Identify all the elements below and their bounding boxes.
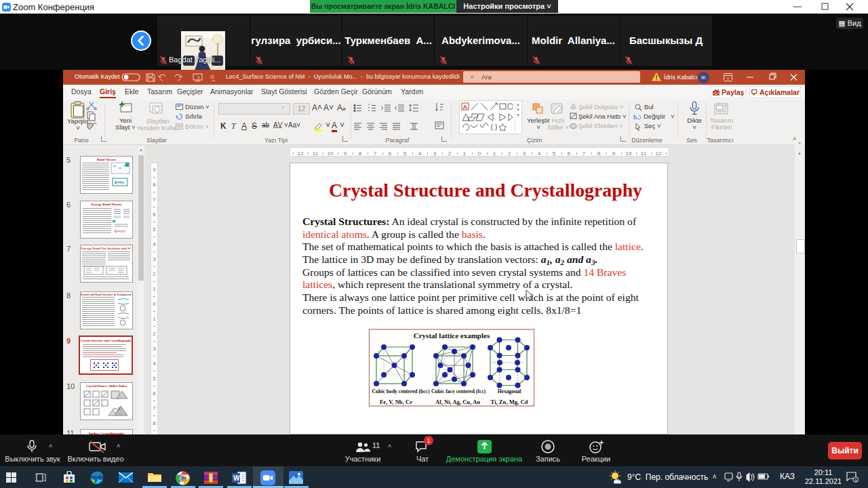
svg-text:5: 5	[153, 226, 156, 232]
svg-text:6: 6	[153, 390, 156, 396]
svg-text:9: 9	[344, 150, 347, 157]
svg-text:7: 7	[153, 197, 156, 203]
svg-text:1: 1	[493, 150, 496, 157]
svg-text:Cubic body centered (bcc): Cubic body centered (bcc)	[372, 388, 430, 394]
svg-text:n=√3: n=√3	[113, 407, 120, 411]
svg-text:2: 2	[153, 271, 156, 277]
svg-text:5: 5	[403, 150, 407, 157]
svg-text:Fe, V, Nb, Cr: Fe, V, Nb, Cr	[380, 399, 412, 405]
svg-text:0: 0	[153, 301, 156, 307]
svg-text:9: 9	[612, 150, 616, 157]
svg-text:2: 2	[508, 150, 511, 157]
svg-text:11: 11	[313, 150, 319, 157]
svg-text:1: 1	[153, 286, 156, 292]
svg-text:5: 5	[553, 150, 556, 157]
svg-text:8: 8	[359, 150, 362, 157]
svg-text:W: W	[233, 474, 240, 482]
svg-text:1: 1	[153, 316, 156, 322]
svg-text:12: 12	[298, 150, 304, 157]
svg-text:3: 3	[433, 150, 437, 157]
svg-text:4: 4	[153, 241, 156, 247]
svg-text:Crystal lattice examples: Crystal lattice examples	[414, 331, 490, 340]
svg-text:Al, Ni, Ag, Cu, Au: Al, Ni, Ag, Cu, Au	[435, 399, 480, 405]
svg-text:6: 6	[389, 150, 392, 157]
svg-text:7: 7	[374, 150, 377, 157]
svg-text:3: 3	[523, 150, 526, 157]
svg-text:12: 12	[656, 150, 662, 157]
svg-text:8: 8	[153, 182, 156, 188]
svg-text:4: 4	[418, 150, 422, 157]
svg-text:b: b	[633, 114, 637, 121]
svg-text:10: 10	[328, 150, 334, 157]
svg-text:Hexagonal: Hexagonal	[498, 388, 521, 394]
svg-text:2: 2	[448, 150, 452, 157]
svg-text:2: 2	[153, 331, 156, 337]
svg-text:4: 4	[153, 361, 156, 367]
svg-text:E=mc²: E=mc²	[115, 229, 125, 233]
svg-text:8: 8	[153, 420, 156, 426]
svg-text:5: 5	[153, 375, 156, 382]
svg-text:11: 11	[641, 150, 647, 157]
svg-text:3: 3	[153, 346, 156, 352]
svg-text:E=hv: E=hv	[115, 180, 124, 184]
svg-text:6: 6	[153, 211, 156, 218]
svg-text:8: 8	[597, 150, 601, 157]
svg-text:4: 4	[538, 150, 541, 157]
svg-text:6: 6	[568, 150, 571, 157]
svg-text:9: 9	[153, 167, 156, 173]
svg-text:1: 1	[463, 150, 467, 157]
svg-text:Ti, Zn, Mg, Cd: Ti, Zn, Mg, Cd	[491, 399, 528, 405]
svg-text:Cubic face centered (fcc): Cubic face centered (fcc)	[431, 388, 486, 394]
svg-text:A: A	[463, 104, 468, 110]
svg-text:3: 3	[153, 256, 156, 262]
svg-text:0: 0	[478, 150, 481, 157]
svg-text:7: 7	[153, 405, 156, 411]
svg-text:10: 10	[626, 150, 632, 157]
svg-text:7: 7	[583, 150, 586, 157]
